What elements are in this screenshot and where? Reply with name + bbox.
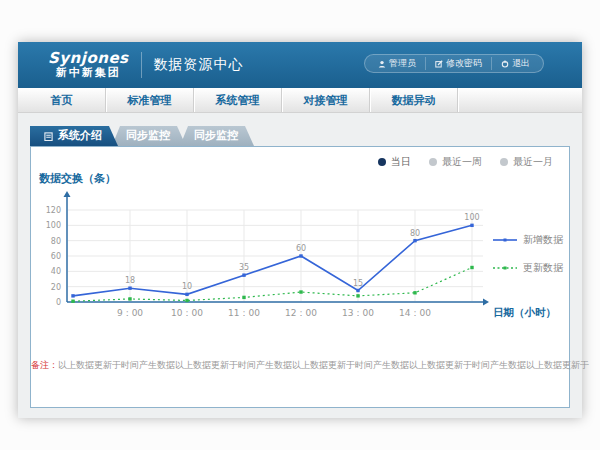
y-tick-label: 80 [51, 237, 61, 246]
nav-item-系统管理[interactable]: 系统管理 [194, 88, 282, 112]
user-menu-label: 退出 [512, 57, 530, 70]
data-point [242, 296, 245, 299]
chart-panel: 当日最近一周最近一月 数据交换（条） 0204060801001209：0010… [30, 146, 570, 408]
radio-dot [500, 158, 508, 166]
radio-最近一周[interactable]: 最近一周 [429, 155, 482, 169]
top-header: Synjones 新中新集团 数据资源中心 管理员修改密码退出 [18, 42, 582, 88]
document-icon [44, 132, 53, 141]
tab-系统介绍-0[interactable]: 系统介绍 [30, 126, 118, 146]
y-axis-arrow [64, 191, 71, 197]
data-point [413, 291, 416, 294]
y-tick-label: 20 [51, 283, 61, 292]
legend-swatch [493, 264, 517, 272]
y-tick-label: 100 [46, 221, 61, 230]
y-tick-label: 120 [46, 206, 61, 215]
nav-item-对接管理[interactable]: 对接管理 [282, 88, 370, 112]
tab-同步监控-2[interactable]: 同步监控 [180, 126, 254, 146]
legend-item-新增数据[interactable]: 新增数据 [493, 233, 563, 247]
data-point [356, 289, 359, 292]
data-point [242, 273, 245, 276]
user-menu-label: 修改密码 [446, 57, 482, 70]
x-tick-label: 12：00 [285, 308, 317, 318]
data-point [185, 293, 188, 296]
radio-label: 最近一周 [442, 155, 482, 169]
user-menu-label: 管理员 [389, 57, 416, 70]
footnote-text: 以上数据更新于时间产生数据以上数据更新于时间产生数据以上数据更新于时间产生数据以… [58, 360, 589, 370]
x-tick-label: 14：00 [399, 308, 431, 318]
data-point [71, 294, 74, 297]
y-tick-label: 60 [51, 252, 61, 261]
data-point [185, 299, 188, 302]
radio-label: 最近一月 [513, 155, 553, 169]
logo: Synjones 新中新集团 [48, 51, 129, 78]
point-label: 60 [296, 244, 306, 253]
data-point [413, 239, 416, 242]
tab-label: 系统介绍 [58, 126, 102, 146]
footnote-prefix: 备注： [31, 360, 58, 370]
radio-label: 当日 [391, 155, 411, 169]
user-menu-修改密码[interactable]: 修改密码 [425, 57, 491, 70]
nav-item-首页[interactable]: 首页 [18, 88, 106, 112]
data-point [128, 287, 131, 290]
radio-当日[interactable]: 当日 [378, 155, 411, 169]
point-label: 80 [410, 229, 420, 238]
radio-dot [378, 158, 386, 166]
user-menu-管理员[interactable]: 管理员 [369, 57, 425, 70]
data-point [299, 290, 302, 293]
footnote: 备注：以上数据更新于时间产生数据以上数据更新于时间产生数据以上数据更新于时间产生… [31, 359, 569, 372]
radio-最近一月[interactable]: 最近一月 [500, 155, 553, 169]
x-tick-label: 10：00 [171, 308, 203, 318]
data-point [356, 294, 359, 297]
nav-item-数据异动[interactable]: 数据异动 [370, 88, 458, 112]
point-label: 18 [125, 276, 135, 285]
point-label: 100 [464, 213, 479, 222]
logo-chinese: 新中新集团 [48, 67, 129, 79]
app-window: Synjones 新中新集团 数据资源中心 管理员修改密码退出 首页标准管理系统… [18, 42, 582, 418]
y-axis-title: 数据交换（条） [39, 171, 116, 186]
power-icon [501, 60, 509, 68]
tab-bar: 系统介绍同步监控同步监控 [30, 126, 254, 146]
legend-item-更新数据[interactable]: 更新数据 [493, 261, 563, 275]
main-nav: 首页标准管理系统管理对接管理数据异动 [18, 88, 582, 113]
y-tick-label: 0 [56, 298, 61, 307]
edit-icon [435, 60, 443, 68]
x-tick-label: 9：00 [117, 308, 143, 318]
x-axis-arrow [483, 299, 489, 306]
user-menu: 管理员修改密码退出 [364, 54, 544, 73]
header-divider [141, 52, 142, 78]
x-tick-label: 13：00 [342, 308, 374, 318]
point-label: 15 [353, 279, 363, 288]
x-tick-label: 11：00 [228, 308, 260, 318]
page-title: 数据资源中心 [154, 56, 244, 74]
data-point [71, 300, 74, 303]
x-axis-title: 日期（小时） [493, 306, 556, 319]
data-point [470, 224, 473, 227]
data-point [470, 266, 473, 269]
legend-swatch [493, 236, 517, 244]
nav-item-标准管理[interactable]: 标准管理 [106, 88, 194, 112]
y-tick-label: 40 [51, 267, 61, 276]
logo-english: Synjones [48, 51, 129, 67]
user-menu-退出[interactable]: 退出 [491, 57, 539, 70]
legend-label: 新增数据 [523, 233, 563, 247]
data-point [128, 297, 131, 300]
point-label: 35 [239, 263, 249, 272]
time-range-filter: 当日最近一周最近一月 [378, 155, 553, 169]
tab-label: 同步监控 [126, 129, 170, 142]
chart-legend: 新增数据更新数据 [493, 233, 563, 275]
radio-dot [429, 158, 437, 166]
legend-label: 更新数据 [523, 261, 563, 275]
data-point [299, 254, 302, 257]
tab-label: 同步监控 [194, 129, 238, 142]
point-label: 10 [182, 282, 192, 291]
user-icon [378, 60, 386, 68]
tab-同步监控-1[interactable]: 同步监控 [112, 126, 186, 146]
